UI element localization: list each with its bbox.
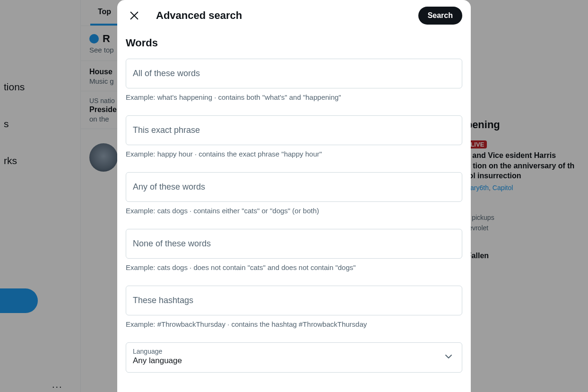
search-button[interactable]: Search xyxy=(418,7,462,25)
example-text: Example: happy hour · contains the exact… xyxy=(126,150,462,158)
advanced-search-modal: Advanced search Search Words Example: wh… xyxy=(117,0,471,392)
example-text: Example: cats dogs · contains either "ca… xyxy=(126,207,462,215)
modal-header: Advanced search Search xyxy=(117,0,471,31)
modal-body[interactable]: Words Example: what's happening · contai… xyxy=(117,31,471,392)
hashtags-input[interactable] xyxy=(126,286,462,315)
select-value: Any language xyxy=(133,356,455,366)
any-words-input[interactable] xyxy=(126,172,462,202)
modal-title: Advanced search xyxy=(156,9,405,22)
language-select[interactable]: Language Any language xyxy=(126,342,462,373)
none-words-input[interactable] xyxy=(126,229,462,259)
all-words-input[interactable] xyxy=(126,59,462,88)
exact-phrase-input[interactable] xyxy=(126,115,462,145)
example-text: Example: cats dogs · does not contain "c… xyxy=(126,263,462,271)
close-icon xyxy=(129,10,139,21)
select-label: Language xyxy=(133,348,455,355)
example-text: Example: what's happening · contains bot… xyxy=(126,93,462,101)
chevron-down-icon xyxy=(443,351,454,364)
close-button[interactable] xyxy=(126,7,143,24)
section-title-words: Words xyxy=(126,37,462,49)
example-text: Example: #ThrowbackThursday · contains t… xyxy=(126,320,462,328)
